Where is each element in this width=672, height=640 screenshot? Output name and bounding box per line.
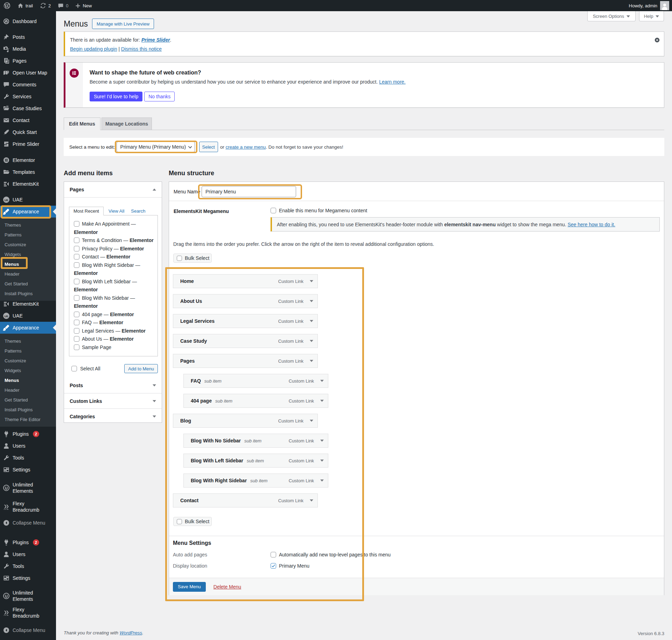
menu-item-pages[interactable]: PagesCustom Link: [173, 354, 318, 368]
new-menu[interactable]: New: [72, 0, 95, 11]
sidebar-subitem-install-plugins[interactable]: Install Plugins: [0, 289, 56, 299]
save-menu-button[interactable]: Save Menu: [173, 582, 206, 592]
avatar[interactable]: [660, 1, 669, 10]
sidebar-item-flexy-breadcrumb[interactable]: FlexyBreadcrumb: [0, 605, 56, 621]
sidebar-item-templates[interactable]: Templates: [0, 166, 56, 178]
bulk-select-top[interactable]: Bulk Select: [173, 254, 212, 263]
howdy-text[interactable]: Howdy, admin: [629, 3, 657, 8]
sidebar-item-prime-slider[interactable]: Prime Slider: [0, 138, 56, 150]
sure-love-to-help-button[interactable]: Sure! I'd love to help: [90, 92, 142, 101]
sidebar-subitem-install-plugins[interactable]: Install Plugins: [0, 405, 56, 415]
menu-item-expand-icon[interactable]: [310, 280, 313, 282]
menu-item-blog-with-right-sidebar[interactable]: Blog With Right Sidebarsub itemCustom Li…: [183, 474, 328, 488]
tab-manage-locations[interactable]: Manage Locations: [102, 118, 152, 130]
page-item-checkbox[interactable]: [74, 336, 79, 342]
sidebar-item-unlimited-elements[interactable]: UnlimitedElements: [0, 480, 56, 496]
menu-item-expand-icon[interactable]: [320, 440, 324, 442]
sidebar-item-dashboard[interactable]: Dashboard: [0, 15, 56, 27]
sidebar-item-tools[interactable]: Tools: [0, 560, 56, 572]
manage-live-preview-button[interactable]: Manage with Live Preview: [92, 19, 154, 29]
sidebar-item-comments[interactable]: Comments: [0, 79, 56, 91]
bulk-select-bottom[interactable]: Bulk Select: [173, 517, 212, 526]
sidebar-item-users[interactable]: Users: [0, 440, 56, 452]
sidebar-subitem-header[interactable]: Header: [0, 269, 56, 279]
menu-select-dropdown[interactable]: Primary Menu (Primary Menu): [117, 142, 195, 152]
sidebar-subitem-patterns[interactable]: Patterns: [0, 346, 56, 356]
page-item-checkbox[interactable]: [74, 344, 79, 350]
tab-search[interactable]: Search: [131, 208, 145, 214]
page-item-checkbox[interactable]: [74, 254, 79, 259]
sidebar-item-appearance[interactable]: Appearance: [0, 206, 56, 218]
sidebar-item-plugins[interactable]: Plugins2: [0, 536, 56, 548]
sidebar-item-plugins[interactable]: Plugins2: [0, 428, 56, 440]
select-button[interactable]: Select: [199, 142, 218, 152]
menu-item-blog-with-no-sidebar[interactable]: Blog With No Sidebarsub itemCustom Link: [183, 434, 328, 448]
screen-options-button[interactable]: Screen Options: [587, 11, 636, 21]
dismiss-circle-icon[interactable]: [654, 37, 660, 43]
megamenu-enable-checkbox[interactable]: [271, 208, 276, 213]
no-thanks-button[interactable]: No thanks: [144, 92, 175, 101]
site-menu[interactable]: trail: [14, 0, 36, 11]
sidebar-item-elementskit[interactable]: ElementsKit: [0, 178, 56, 190]
sidebar-item-flexy-breadcrumb[interactable]: FlexyBreadcrumb: [0, 499, 56, 515]
page-item-checkbox[interactable]: [74, 279, 79, 284]
sidebar-item-appearance[interactable]: Appearance: [0, 322, 56, 334]
begin-updating-plugin-link[interactable]: Begin updating plugin: [70, 46, 117, 52]
menu-name-input[interactable]: [202, 186, 296, 197]
create-new-menu-link[interactable]: create a new menu: [225, 144, 266, 150]
menu-item-blog-with-left-sidebar[interactable]: Blog With Left Sidebarsub itemCustom Lin…: [183, 454, 328, 468]
page-item-checkbox[interactable]: [74, 262, 79, 268]
page-item-checkbox[interactable]: [74, 320, 79, 325]
page-item-checkbox[interactable]: [74, 246, 79, 251]
sidebar-item-quick-start[interactable]: Quick Start: [0, 126, 56, 138]
sidebar-subitem-get-started[interactable]: Get Started: [0, 279, 56, 289]
sidebar-item-media[interactable]: Media: [0, 43, 56, 55]
menu-item-expand-icon[interactable]: [310, 340, 313, 342]
sidebar-item-elementor[interactable]: Elementor: [0, 154, 56, 166]
sidebar-item-uae[interactable]: UEUAE: [0, 194, 56, 206]
menu-item-legal-services[interactable]: Legal ServicesCustom Link: [173, 314, 318, 328]
sidebar-item-services[interactable]: Services: [0, 91, 56, 102]
menu-item-expand-icon[interactable]: [320, 400, 324, 402]
menu-item-expand-icon[interactable]: [310, 320, 313, 322]
sidebar-item-contact[interactable]: Contact: [0, 114, 56, 126]
sidebar-item-tools[interactable]: Tools: [0, 452, 56, 464]
sidebar-subitem-themes[interactable]: Themes: [0, 220, 56, 230]
menu-item-about-us[interactable]: About UsCustom Link: [173, 294, 318, 308]
sidebar-item-uae[interactable]: UEUAE: [0, 310, 56, 322]
wordpress-logo-icon[interactable]: [0, 0, 14, 11]
menu-item-expand-icon[interactable]: [310, 499, 313, 502]
wordpress-link[interactable]: WordPress: [120, 630, 142, 635]
menu-item-case-study[interactable]: Case StudyCustom Link: [173, 334, 318, 348]
page-item-checkbox[interactable]: [74, 237, 79, 243]
tab-view-all[interactable]: View All: [108, 208, 124, 214]
accordion-custom-links-header[interactable]: Custom Links: [64, 393, 162, 408]
see-how-link[interactable]: See here how to do it.: [568, 222, 615, 227]
menu-item-expand-icon[interactable]: [310, 420, 313, 422]
menu-item-expand-icon[interactable]: [320, 460, 324, 462]
sidebar-item-case-studies[interactable]: Case Studies: [0, 102, 56, 114]
sidebar-subitem-patterns[interactable]: Patterns: [0, 230, 56, 240]
menu-item-contact[interactable]: ContactCustom Link: [173, 493, 318, 507]
help-button[interactable]: Help: [639, 11, 664, 21]
tab-edit-menus[interactable]: Edit Menus: [64, 118, 100, 130]
prime-slider-link[interactable]: Prime Slider: [141, 37, 170, 43]
sidebar-subitem-menus[interactable]: Menus: [0, 259, 56, 269]
menu-item-expand-icon[interactable]: [310, 300, 313, 302]
page-item-checkbox[interactable]: [74, 295, 79, 301]
select-all-checkbox[interactable]: [71, 366, 77, 371]
menu-item-faq[interactable]: FAQsub itemCustom Link: [183, 374, 328, 388]
sidebar-subitem-menus[interactable]: Menus: [0, 376, 56, 385]
learn-more-link[interactable]: Learn more.: [379, 79, 405, 85]
menu-item-expand-icon[interactable]: [310, 360, 313, 362]
delete-menu-link[interactable]: Delete Menu: [214, 584, 241, 590]
accordion-categories-header[interactable]: Categories: [64, 408, 162, 424]
sidebar-item-pages[interactable]: Pages: [0, 55, 56, 67]
sidebar-subitem-widgets[interactable]: Widgets: [0, 250, 56, 259]
sidebar-item-collapse-menu[interactable]: Collapse Menu: [0, 517, 56, 529]
menu-item-404-page[interactable]: 404 pagesub itemCustom Link: [183, 394, 328, 408]
menu-item-expand-icon[interactable]: [320, 479, 324, 482]
dismiss-this-notice-link[interactable]: Dismiss this notice: [121, 46, 162, 52]
updates-menu[interactable]: 2: [36, 0, 54, 11]
auto-add-pages-checkbox[interactable]: [271, 552, 276, 557]
